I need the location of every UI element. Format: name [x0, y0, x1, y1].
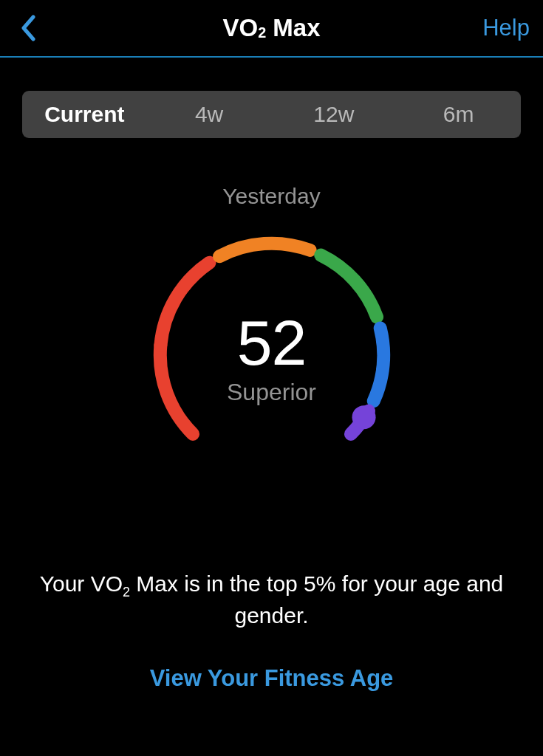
- gauge-center: 52 Superior: [139, 222, 405, 488]
- segment-12w[interactable]: 12w: [272, 91, 397, 138]
- chevron-left-icon: [20, 15, 36, 41]
- segment-current[interactable]: Current: [22, 91, 147, 138]
- vo2-rating: Superior: [227, 379, 316, 406]
- main-content: Current 4w 12w 6m Yesterday 52 Superior: [0, 58, 543, 692]
- back-button[interactable]: [13, 13, 43, 43]
- help-link[interactable]: Help: [482, 15, 530, 41]
- view-fitness-age-link[interactable]: View Your Fitness Age: [22, 665, 521, 692]
- time-range-segmented-control: Current 4w 12w 6m: [22, 91, 521, 138]
- reading-date-label: Yesterday: [22, 184, 521, 209]
- vo2-value: 52: [237, 311, 307, 374]
- segment-4w[interactable]: 4w: [147, 91, 272, 138]
- segment-6m[interactable]: 6m: [396, 91, 521, 138]
- header-bar: VO2 Max Help: [0, 0, 543, 58]
- summary-text: Your VO2 Max is in the top 5% for your a…: [22, 569, 521, 631]
- vo2-gauge: 52 Superior: [139, 222, 405, 488]
- page-title: VO2 Max: [222, 14, 320, 42]
